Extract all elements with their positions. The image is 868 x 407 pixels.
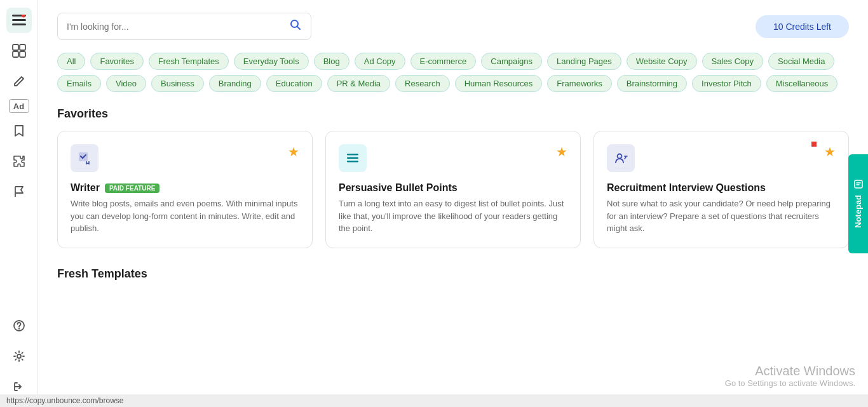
card-writer-header: ★: [71, 144, 299, 172]
tag-research[interactable]: Research: [395, 75, 450, 92]
status-url: https://copy.unbounce.com/browse: [6, 396, 124, 405]
svg-rect-6: [13, 51, 18, 57]
card-recruitment-title: Recruitment Interview Questions: [607, 182, 836, 194]
tag-business[interactable]: Business: [151, 75, 204, 92]
svg-rect-1: [12, 19, 26, 21]
tag-miscellaneous[interactable]: Miscellaneous: [766, 75, 837, 92]
sidebar-icon-settings[interactable]: [6, 344, 32, 369]
tag-investor-pitch[interactable]: Investor Pitch: [692, 75, 761, 92]
search-box[interactable]: [57, 13, 311, 40]
search-area: 10 Credits Left: [57, 13, 849, 40]
card-bullet-star[interactable]: ★: [556, 144, 567, 159]
card-writer[interactable]: ★ Writer PAID FEATURE Write blog posts, …: [57, 131, 313, 248]
tag-video[interactable]: Video: [106, 75, 146, 92]
card-bullet-points[interactable]: ★ Persuasive Bullet Points Turn a long t…: [325, 131, 581, 248]
card-bullet-header: ★: [339, 144, 567, 172]
svg-rect-12: [347, 154, 358, 156]
tag-fresh-templates[interactable]: Fresh Templates: [149, 53, 229, 70]
svg-rect-14: [347, 161, 358, 163]
notepad-label: Notepad: [853, 195, 863, 228]
sidebar-icon-help[interactable]: [6, 313, 32, 338]
card-bullet-desc: Turn a long text into an easy to digest …: [339, 197, 567, 235]
card-recruitment[interactable]: ★ Recruitment Interview Questions Not su…: [593, 131, 849, 248]
sidebar-icon-layers[interactable]: [6, 8, 32, 33]
sidebar-icon-puzzle[interactable]: [6, 149, 32, 174]
svg-rect-5: [20, 44, 25, 50]
card-writer-icon: [71, 144, 98, 172]
tag-brainstorming[interactable]: Brainstorming: [617, 75, 687, 92]
tag-blog[interactable]: Blog: [314, 53, 349, 70]
tag-ad-copy[interactable]: Ad Copy: [355, 53, 405, 70]
sidebar-icon-flag[interactable]: [6, 179, 32, 204]
tag-frameworks[interactable]: Frameworks: [547, 75, 612, 92]
svg-rect-7: [20, 51, 25, 57]
credits-badge: 10 Credits Left: [756, 15, 849, 38]
tag-landing-pages[interactable]: Landing Pages: [547, 53, 621, 70]
search-icon: [289, 18, 302, 34]
sidebar: Ad: [0, 0, 38, 407]
tag-website-copy[interactable]: Website Copy: [627, 53, 697, 70]
fresh-templates-title: Fresh Templates: [57, 267, 849, 281]
ad-label: Ad: [13, 102, 24, 111]
tag-favorites[interactable]: Favorites: [90, 53, 143, 70]
tag-education[interactable]: Education: [266, 75, 322, 92]
svg-rect-13: [347, 157, 358, 159]
card-recruitment-icon: [607, 144, 635, 172]
tag-pr-media[interactable]: PR & Media: [327, 75, 390, 92]
tag-social-media[interactable]: Social Media: [768, 53, 834, 70]
tag-sales-copy[interactable]: Sales Copy: [702, 53, 763, 70]
tag-all[interactable]: All: [57, 53, 85, 70]
main-content: 10 Credits Left All Favorites Fresh Temp…: [38, 0, 868, 407]
card-recruitment-desc: Not sure what to ask your candidate? Or …: [607, 197, 836, 235]
card-bullet-icon: [339, 144, 367, 172]
favorites-section: Favorites ★ Writer PAID FEATUR: [57, 107, 849, 248]
tag-ecommerce[interactable]: E-commerce: [410, 53, 477, 70]
notepad-icon: [854, 180, 863, 189]
sidebar-icon-stack[interactable]: [6, 38, 32, 63]
svg-point-15: [618, 154, 622, 159]
card-writer-desc: Write blog posts, emails and even poems.…: [71, 197, 299, 235]
search-input[interactable]: [67, 22, 284, 32]
card-bullet-title: Persuasive Bullet Points: [339, 182, 567, 194]
favorites-title: Favorites: [57, 107, 849, 121]
tag-campaigns[interactable]: Campaigns: [481, 53, 542, 70]
sidebar-icon-bookmark[interactable]: [6, 118, 32, 143]
card-writer-star[interactable]: ★: [288, 144, 299, 159]
sidebar-icon-ad[interactable]: Ad: [9, 99, 29, 113]
fresh-templates-section: Fresh Templates: [57, 267, 849, 281]
svg-rect-4: [13, 44, 18, 50]
filter-tags: All Favorites Fresh Templates Everyday T…: [57, 53, 849, 92]
svg-point-9: [17, 354, 21, 358]
status-bar: https://copy.unbounce.com/browse: [0, 394, 868, 407]
sidebar-icon-edit[interactable]: [6, 69, 32, 94]
favorites-cards-grid: ★ Writer PAID FEATURE Write blog posts, …: [57, 131, 849, 248]
tag-everyday-tools[interactable]: Everyday Tools: [234, 53, 309, 70]
notification-dot: [811, 142, 817, 147]
svg-rect-2: [12, 23, 26, 25]
tag-branding[interactable]: Branding: [209, 75, 261, 92]
card-recruitment-header: ★: [607, 144, 836, 172]
paid-badge: PAID FEATURE: [105, 183, 159, 193]
notepad-tab[interactable]: Notepad: [848, 154, 868, 253]
svg-rect-16: [855, 180, 862, 188]
svg-point-3: [22, 15, 25, 18]
card-recruitment-star[interactable]: ★: [824, 144, 836, 159]
tag-emails[interactable]: Emails: [57, 75, 101, 92]
card-writer-title: Writer PAID FEATURE: [71, 182, 299, 194]
tag-human-resources[interactable]: Human Resources: [455, 75, 543, 92]
